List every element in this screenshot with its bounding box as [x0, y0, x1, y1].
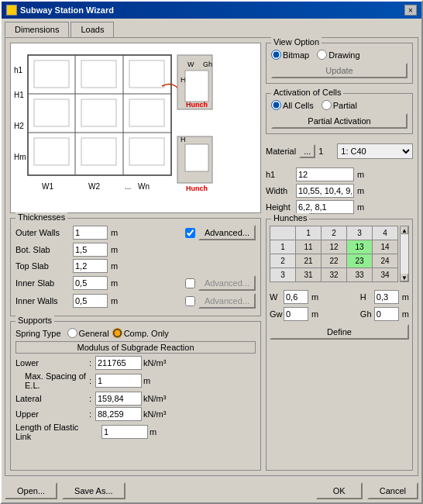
advanced-button-2[interactable]: Advanced... — [198, 275, 256, 291]
gh-label: Gh — [360, 309, 371, 319]
inner-walls-unit: m — [111, 296, 118, 306]
h-input[interactable] — [374, 290, 399, 304]
ok-button[interactable]: OK — [316, 482, 363, 499]
max-spacing-input[interactable] — [95, 374, 142, 388]
left-panel: h1 H1 H2 Hm — [10, 43, 261, 471]
material-select[interactable]: 1: C40 — [337, 143, 413, 159]
hunches-row-2: 2 21 22 23 24 — [270, 254, 398, 268]
hunch-cell-22[interactable]: 22 — [322, 254, 347, 268]
bottom-bar: Open... Save As... OK Cancel — [2, 479, 421, 502]
h1-label: h1 — [266, 170, 293, 179]
hunches-col-4: 4 — [373, 226, 398, 240]
h1-row: h1 m — [266, 167, 413, 181]
material-dots-button[interactable]: ... — [299, 144, 315, 158]
hunch-cell-32[interactable]: 32 — [322, 268, 347, 282]
elastic-link-label: Length of Elastic Link — [15, 423, 89, 441]
view-option-group: View Option Bitmap Drawing Update — [266, 43, 413, 84]
hunches-table: 1 2 3 4 1 11 12 — [270, 226, 398, 282]
hunch-cell-11[interactable]: 11 — [296, 240, 322, 254]
hunch-cell-23[interactable]: 23 — [347, 254, 373, 268]
general-radio[interactable] — [67, 328, 77, 338]
advanced-button-1[interactable]: Advanced... — [198, 225, 256, 240]
lateral-row: Lateral : kN/m³ — [15, 392, 256, 406]
advanced-checkbox-2[interactable] — [185, 278, 195, 288]
bitmap-radio[interactable] — [271, 50, 281, 60]
bottom-left-buttons: Open... Save As... — [5, 482, 126, 499]
tab-loads[interactable]: Loads — [70, 22, 114, 37]
close-button[interactable]: × — [404, 5, 417, 16]
drawing-radio[interactable] — [317, 50, 327, 60]
hunch-cell-21[interactable]: 21 — [296, 254, 322, 268]
svg-rect-17 — [129, 138, 164, 165]
tab-bar: Dimensions Loads — [2, 19, 421, 37]
window-title: Subway Station Wizard — [20, 5, 114, 15]
elastic-link-input[interactable] — [101, 425, 148, 439]
inner-slab-input[interactable] — [73, 276, 108, 290]
svg-rect-15 — [34, 138, 69, 165]
scroll-down-button[interactable]: ▼ — [401, 274, 408, 281]
top-slab-label: Top Slab — [15, 261, 70, 271]
update-button[interactable]: Update — [271, 63, 408, 78]
top-slab-row: Top Slab m — [15, 259, 256, 273]
hunches-row-3: 3 31 32 33 34 — [270, 268, 398, 282]
hunch-cell-12[interactable]: 12 — [322, 240, 347, 254]
gh-input[interactable] — [374, 307, 399, 321]
all-cells-radio[interactable] — [271, 100, 281, 110]
upper-label: Upper — [15, 409, 89, 419]
gw-input[interactable] — [284, 307, 308, 321]
hunch-cell-33[interactable]: 33 — [347, 268, 373, 282]
upper-input[interactable] — [95, 407, 142, 421]
cancel-button[interactable]: Cancel — [367, 482, 418, 499]
w-input[interactable] — [284, 290, 308, 304]
inner-walls-input[interactable] — [73, 294, 108, 308]
upper-row: Upper : kN/m³ — [15, 407, 256, 421]
bot-slab-label: Bot. Slab — [15, 245, 70, 254]
hunches-table-wrapper: 1 2 3 4 1 11 12 — [270, 226, 398, 282]
define-button[interactable]: Define — [270, 324, 409, 340]
w-unit: m — [311, 292, 318, 302]
height-unit: m — [357, 202, 364, 212]
outer-walls-row: Outer Walls m Advanced... — [15, 225, 256, 240]
hunches-row-1: 1 11 12 13 14 — [270, 240, 398, 254]
hunch-cell-31[interactable]: 31 — [296, 268, 322, 282]
partial-radio[interactable] — [322, 100, 332, 110]
tab-dimensions[interactable]: Dimensions — [5, 22, 69, 37]
lower-row: Lower : kN/m³ — [15, 356, 256, 370]
all-cells-radio-label: All Cells — [271, 100, 314, 110]
advanced-checkbox-3[interactable] — [185, 296, 195, 306]
partial-radio-label: Partial — [322, 100, 357, 110]
advanced-checkbox-1[interactable] — [185, 228, 195, 238]
outer-walls-input[interactable] — [73, 226, 108, 240]
svg-text:h1: h1 — [14, 66, 23, 74]
partial-activation-button[interactable]: Partial Activation — [271, 113, 408, 129]
bottom-right-buttons: OK Cancel — [316, 482, 418, 499]
scroll-up-button[interactable]: ▲ — [401, 226, 408, 234]
lateral-input[interactable] — [95, 392, 142, 406]
inner-walls-label: Inner Walls — [15, 296, 70, 306]
save-as-button[interactable]: Save As... — [62, 482, 126, 499]
lower-input[interactable] — [95, 356, 142, 370]
max-spacing-row: Max. Spacing of E.L. : m — [25, 371, 256, 390]
w-label: W — [270, 292, 280, 302]
hunch-cell-34[interactable]: 34 — [373, 268, 398, 282]
hunch-cell-24[interactable]: 24 — [373, 254, 398, 268]
open-button[interactable]: Open... — [5, 482, 57, 499]
spring-type-label: Spring Type — [15, 329, 61, 338]
material-section: Material ... 1 1: C40 — [266, 139, 413, 161]
bitmap-label: Bitmap — [283, 50, 309, 60]
width-input[interactable] — [296, 184, 354, 198]
svg-rect-10 — [81, 60, 116, 88]
hunch-cell-13[interactable]: 13 — [347, 240, 373, 254]
svg-rect-31 — [185, 144, 208, 171]
activation-title: Activation of Cells — [271, 88, 343, 97]
height-input[interactable] — [296, 200, 354, 214]
bot-slab-input[interactable] — [73, 243, 108, 257]
h1-input[interactable] — [296, 167, 354, 181]
comp-only-radio[interactable] — [112, 328, 122, 338]
svg-text:...: ... — [125, 182, 131, 191]
hunch-cell-14[interactable]: 14 — [373, 240, 398, 254]
advanced-button-3[interactable]: Advanced... — [198, 293, 256, 309]
top-slab-input[interactable] — [73, 259, 108, 273]
svg-text:W: W — [187, 60, 194, 68]
hunches-scrollbar[interactable]: ▲ ▼ — [400, 226, 409, 282]
